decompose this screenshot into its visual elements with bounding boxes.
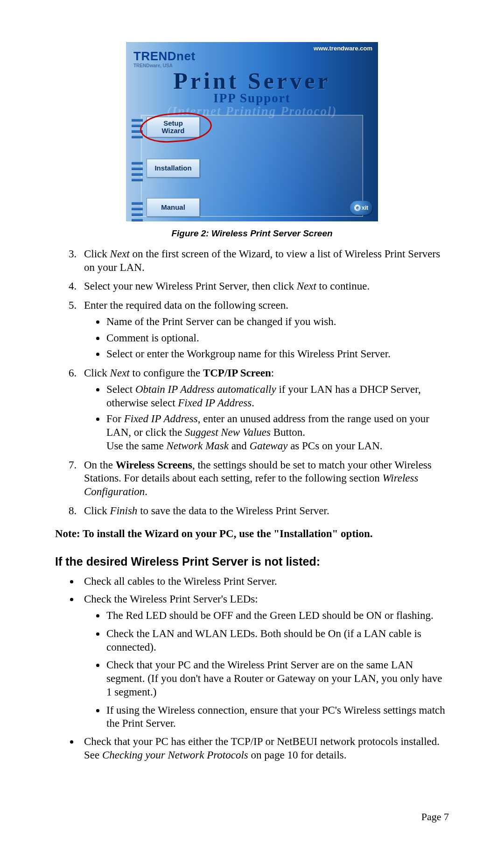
exit-icon: e xyxy=(354,205,361,211)
exit-button[interactable]: e xit xyxy=(350,201,372,215)
manual-button[interactable]: Manual xyxy=(147,198,200,217)
list-item: Check the LAN and WLAN LEDs. Both should… xyxy=(105,627,449,654)
list-item: Check that your PC has either the TCP/IP… xyxy=(79,735,449,762)
troubleshoot-heading: If the desired Wireless Print Server is … xyxy=(55,554,449,569)
text: on page 10 for details. xyxy=(248,749,347,761)
list-item: For Fixed IP Address, enter an unused ad… xyxy=(105,412,449,453)
text: to configure the xyxy=(130,367,203,379)
page-number: Page 7 xyxy=(421,810,449,823)
emphasis: Next xyxy=(297,280,316,292)
step-5: Enter the required data on the following… xyxy=(79,299,449,361)
emphasis: Network Mask xyxy=(166,440,229,452)
step-7: On the Wireless Screens, the settings sh… xyxy=(79,459,449,499)
text: Button. xyxy=(271,426,305,438)
bold: Wireless Screens xyxy=(116,459,192,471)
button-label: Wizard xyxy=(161,127,184,135)
button-label: Setup xyxy=(163,120,183,127)
list-item: Comment is optional. xyxy=(105,332,449,345)
decor-stripes xyxy=(132,162,143,184)
text: on the first screen of the Wizard, to vi… xyxy=(84,248,440,273)
instruction-steps: Click Next on the first screen of the Wi… xyxy=(55,248,449,518)
text: Check the Wireless Print Server's LEDs: xyxy=(84,593,258,605)
led-sublist: The Red LED should be OFF and the Green … xyxy=(84,609,449,730)
emphasis: Fixed IP Address xyxy=(178,397,252,409)
decor-stripes xyxy=(132,119,143,141)
step-6: Click Next to configure the TCP/IP Scree… xyxy=(79,367,449,453)
list-item: If using the Wireless connection, ensure… xyxy=(105,704,449,731)
step-5-bullets: Name of the Print Server can be changed … xyxy=(84,315,449,361)
emphasis: Next xyxy=(110,367,130,379)
text: Select xyxy=(106,383,135,395)
emphasis: Obtain IP Address automatically xyxy=(135,383,276,395)
text: . xyxy=(252,397,254,409)
step-4: Select your new Wireless Print Server, t… xyxy=(79,280,449,293)
emphasis: Next xyxy=(110,248,130,260)
text: Use the same xyxy=(106,440,166,452)
emphasis: Gateway xyxy=(250,440,288,452)
emphasis: Checking your Network Protocols xyxy=(102,749,248,761)
print-server-screenshot: www.trendware.com TRENDnet TRENDware, US… xyxy=(126,42,378,221)
figure-wrap: www.trendware.com TRENDnet TRENDware, US… xyxy=(126,42,378,239)
text: and xyxy=(229,440,250,452)
brand-name: TRENDnet xyxy=(133,49,196,64)
text: Click xyxy=(84,248,110,260)
exit-label: xit xyxy=(362,205,368,212)
emphasis: Fixed IP Address xyxy=(124,413,198,425)
list-item: Name of the Print Server can be changed … xyxy=(105,315,449,329)
brand-block: TRENDnet TRENDware, USA xyxy=(133,49,196,69)
install-note: Note: To install the Wizard on your PC, … xyxy=(55,527,449,541)
button-label: Manual xyxy=(161,204,185,211)
bold: TCP/IP Screen xyxy=(203,367,271,379)
text: to save the data to the Wireless Print S… xyxy=(137,505,329,517)
text: : xyxy=(271,367,274,379)
screenshot-subtitle: IPP Support xyxy=(126,91,378,106)
step-6-bullets: Select Obtain IP Address automatically i… xyxy=(84,383,449,453)
text: Click xyxy=(84,367,110,379)
text: Enter the required data on the following… xyxy=(84,299,288,311)
document-page: www.trendware.com TRENDnet TRENDware, US… xyxy=(0,0,504,851)
troubleshoot-list: Check all cables to the Wireless Print S… xyxy=(55,575,449,762)
emphasis: Suggest New Values xyxy=(185,426,271,438)
text: . xyxy=(145,486,147,497)
text: For xyxy=(106,413,124,425)
step-8: Click Finish to save the data to the Wir… xyxy=(79,504,449,518)
setup-wizard-button[interactable]: Setup Wizard xyxy=(147,117,200,137)
installation-button[interactable]: Installation xyxy=(147,159,200,177)
emphasis: Finish xyxy=(110,505,138,517)
list-item: The Red LED should be OFF and the Green … xyxy=(105,609,449,623)
text: Select your new Wireless Print Server, t… xyxy=(84,280,297,292)
step-3: Click Next on the first screen of the Wi… xyxy=(79,248,449,275)
decor-stripes xyxy=(132,202,143,221)
screenshot-url: www.trendware.com xyxy=(314,45,372,52)
list-item: Check the Wireless Print Server's LEDs: … xyxy=(79,593,449,730)
list-item: Select Obtain IP Address automatically i… xyxy=(105,383,449,410)
button-label: Installation xyxy=(154,164,191,172)
text: to continue. xyxy=(316,280,370,292)
list-item: Select or enter the Workgroup name for t… xyxy=(105,347,449,361)
text: On the xyxy=(84,459,116,471)
list-item: Check all cables to the Wireless Print S… xyxy=(79,575,449,589)
figure-caption: Figure 2: Wireless Print Server Screen xyxy=(126,228,378,239)
text: as PCs on your LAN. xyxy=(287,440,382,452)
list-item: Check that your PC and the Wireless Prin… xyxy=(105,659,449,699)
text: Click xyxy=(84,505,110,517)
